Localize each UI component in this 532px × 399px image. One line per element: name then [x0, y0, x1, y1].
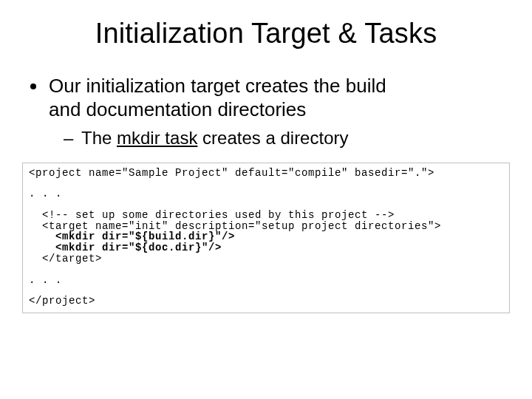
code-line: <mkdir dir="${doc.dir}"/>: [29, 242, 503, 253]
mkdir-task-link[interactable]: mkdir task: [117, 128, 197, 148]
bullet-1: Our initialization target creates the bu…: [47, 75, 510, 149]
sub-bullet-1: The mkdir task creates a directory: [81, 127, 510, 149]
code-line: <target name="init" description="setup p…: [29, 221, 503, 232]
code-ellipsis: . . .: [29, 188, 503, 200]
code-line: <project name="Sample Project" default="…: [29, 168, 503, 179]
code-sample: <project name="Sample Project" default="…: [22, 163, 510, 313]
bullet-1-line-2: and documentation directories: [49, 98, 306, 120]
code-line: </target>: [29, 253, 503, 265]
code-ellipsis: . . .: [29, 275, 503, 286]
code-line: </project>: [29, 296, 503, 307]
code-line: <!-- set up some directories used by thi…: [29, 210, 503, 221]
bullet-1-line-1: Our initialization target creates the bu…: [49, 75, 386, 97]
code-line: <mkdir dir="${build.dir}"/>: [29, 231, 503, 242]
sub-bullet-1-b: creates a directory: [197, 128, 348, 148]
slide-title: Initialization Target & Tasks: [22, 18, 510, 50]
sub-bullet-1-a: The: [81, 128, 117, 148]
